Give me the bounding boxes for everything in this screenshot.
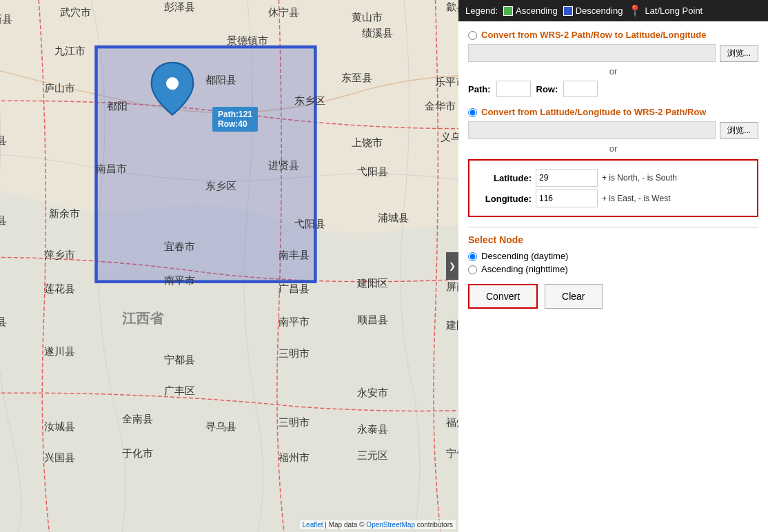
row-label: Row: — [536, 84, 558, 94]
path-row-tooltip: Path:121 Row:40 — [212, 107, 258, 132]
descending-option: Descending (daytime) — [468, 251, 758, 261]
path-row-inputs: Path: Row: — [468, 81, 758, 97]
osm-link[interactable]: OpenStreetMap — [366, 521, 415, 529]
svg-text:东乡区: 东乡区 — [205, 180, 236, 192]
or-text-1: or — [468, 66, 758, 76]
radio-row-1: Convert from WRS-2 Path/Row to Latitude/… — [468, 30, 758, 40]
svg-text:上饶市: 上饶市 — [352, 136, 383, 148]
svg-text:福州市: 福州市 — [279, 451, 310, 463]
svg-text:南昌市: 南昌市 — [97, 163, 128, 174]
svg-text:建阳区: 建阳区 — [445, 319, 458, 331]
svg-text:三元区: 三元区 — [357, 449, 388, 461]
pin-icon: 📍 — [628, 4, 642, 17]
svg-text:东至县: 东至县 — [341, 72, 372, 83]
svg-text:乐平市: 乐平市 — [435, 76, 458, 88]
row-input[interactable] — [563, 81, 598, 97]
svg-text:黄山市: 黄山市 — [352, 11, 383, 23]
right-panel: Legend: Ascending Descending 📍 Lat/Long … — [458, 0, 768, 532]
latitude-hint: + is North, - is South — [602, 173, 677, 183]
svg-text:宁化县: 宁化县 — [446, 447, 458, 459]
ascending-option: Ascending (nighttime) — [468, 264, 758, 274]
svg-text:东乡区: 东乡区 — [294, 94, 325, 106]
svg-text:阳新县: 阳新县 — [0, 13, 12, 25]
svg-text:永泰县: 永泰县 — [357, 423, 388, 435]
leaflet-link[interactable]: Leaflet — [303, 521, 323, 529]
svg-point-89 — [166, 77, 179, 90]
panel-content: Convert from WRS-2 Path/Row to Latitude/… — [458, 21, 768, 532]
svg-text:弋阳县: 弋阳县 — [357, 165, 388, 177]
latitude-label: Latitude: — [476, 173, 532, 183]
svg-text:浦城县: 浦城县 — [378, 212, 409, 223]
svg-text:南丰县: 南丰县 — [279, 249, 310, 260]
map-attribution: Leaflet | Map data © OpenStreetMap contr… — [300, 520, 456, 529]
legend-label: Legend: — [465, 6, 498, 16]
convert-button[interactable]: Convert — [468, 284, 538, 309]
ascending-color-box — [503, 6, 513, 16]
latitude-input[interactable] — [536, 169, 598, 187]
latlong-legend-label: Lat/Long Point — [645, 6, 703, 16]
coordinate-input-box: Latitude: + is North, - is South Longitu… — [468, 159, 758, 217]
svg-text:休宁县: 休宁县 — [268, 6, 299, 18]
browse-input-2[interactable] — [468, 121, 716, 139]
latitude-row: Latitude: + is North, - is South — [476, 169, 750, 187]
radio-wrs2-to-latlon[interactable] — [468, 31, 477, 40]
svg-text:庐山市: 庐山市 — [44, 82, 75, 94]
svg-text:景德镇市: 景德镇市 — [227, 34, 268, 46]
svg-text:宜春市: 宜春市 — [164, 241, 195, 252]
radio-latlon-to-wrs2[interactable] — [468, 108, 477, 117]
browse-button-1[interactable]: 浏览... — [720, 45, 758, 62]
svg-text:广丰区: 广丰区 — [164, 385, 195, 396]
longitude-row: Longitude: + is East, - is West — [476, 190, 750, 207]
select-node-title: Select Node — [468, 234, 758, 245]
svg-text:都阳: 都阳 — [107, 100, 128, 112]
path-input[interactable] — [496, 81, 531, 97]
map-container[interactable]: 鱼台市 阳新县 武穴市 彭泽县 休宁县 黄山市 歙县 开化县 咸宁市 赤壁市 九… — [0, 0, 458, 532]
svg-text:上栗县: 上栗县 — [0, 214, 7, 226]
legend-bar: Legend: Ascending Descending 📍 Lat/Long … — [458, 0, 768, 21]
section-wrs2-to-latlon: Convert from WRS-2 Path/Row to Latitude/… — [468, 30, 758, 97]
svg-text:义乌市: 义乌市 — [441, 131, 458, 143]
svg-text:吉水县: 吉水县 — [0, 316, 7, 327]
svg-text:金华市: 金华市 — [425, 100, 456, 112]
svg-text:寻乌县: 寻乌县 — [205, 420, 236, 432]
browse-row-2: 浏览... — [468, 121, 758, 139]
label-wrs2-to-latlon: Convert from WRS-2 Path/Row to Latitude/… — [481, 30, 706, 40]
svg-text:莲花县: 莲花县 — [44, 283, 75, 294]
browse-row-1: 浏览... — [468, 44, 758, 62]
legend-latlong: 📍 Lat/Long Point — [628, 4, 703, 17]
path-label: Path: — [468, 84, 491, 94]
svg-text:汝城县: 汝城县 — [44, 420, 75, 432]
svg-text:武穴市: 武穴市 — [60, 6, 91, 18]
browse-input-1[interactable] — [468, 44, 716, 62]
collapse-panel-button[interactable]: ❯ — [446, 252, 458, 280]
svg-text:绩溪县: 绩溪县 — [363, 27, 394, 39]
svg-text:江西省: 江西省 — [122, 311, 164, 326]
svg-text:建阳区: 建阳区 — [356, 277, 388, 289]
or-text-2: or — [468, 143, 758, 154]
button-row: Convert Clear — [468, 284, 758, 309]
longitude-input[interactable] — [536, 190, 598, 207]
longitude-label: Longitude: — [476, 194, 532, 204]
descending-legend-label: Descending — [576, 6, 623, 16]
radio-descending[interactable] — [468, 252, 477, 261]
svg-text:彭泽县: 彭泽县 — [164, 1, 195, 12]
ascending-legend-label: Ascending — [516, 6, 558, 16]
svg-text:屏南县: 屏南县 — [446, 280, 458, 292]
select-node-section: Select Node Descending (daytime) Ascendi… — [468, 234, 758, 274]
svg-text:南平市: 南平市 — [279, 316, 310, 327]
radio-row-2: Convert from Latitude/Longitude to WRS-2… — [468, 107, 758, 117]
svg-text:福州市: 福州市 — [446, 416, 458, 428]
descending-label: Descending (daytime) — [481, 251, 568, 261]
svg-text:全南县: 全南县 — [122, 413, 153, 424]
legend-ascending: Ascending — [503, 6, 558, 16]
divider — [468, 227, 758, 227]
svg-text:都阳县: 都阳县 — [205, 74, 236, 85]
radio-ascending[interactable] — [468, 265, 477, 274]
longitude-hint: + is East, - is West — [602, 194, 670, 203]
clear-button[interactable]: Clear — [545, 284, 602, 309]
browse-button-2[interactable]: 浏览... — [720, 122, 758, 139]
svg-text:遂川县: 遂川县 — [44, 345, 75, 357]
svg-text:三明市: 三明市 — [279, 416, 310, 428]
svg-text:歙县: 歙县 — [446, 1, 458, 12]
svg-text:兴国县: 兴国县 — [44, 451, 75, 463]
